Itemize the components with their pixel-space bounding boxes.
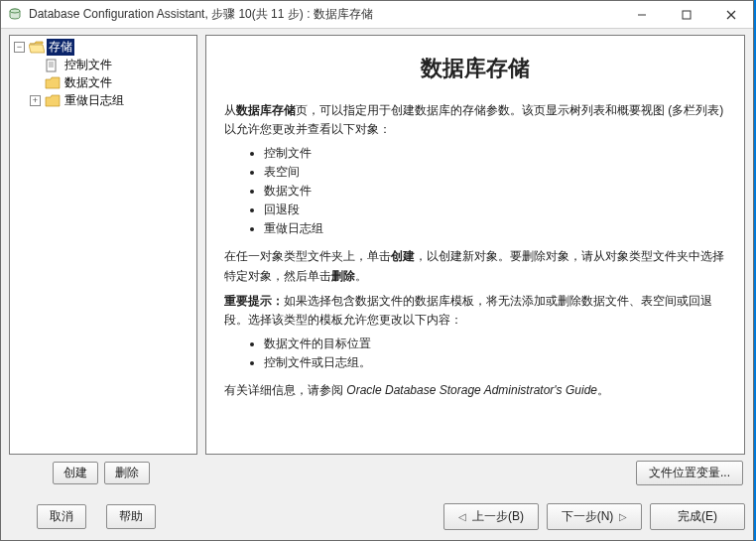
create-button[interactable]: 创建: [53, 462, 98, 484]
list-item: 表空间: [264, 164, 726, 181]
svg-rect-3: [683, 11, 691, 19]
button-label: 下一步(N): [562, 508, 614, 525]
document-icon: [45, 59, 61, 71]
footnote: 有关详细信息，请参阅 Oracle Database Storage Admin…: [224, 381, 726, 400]
titlebar[interactable]: Database Configuration Assistant, 步骤 10(…: [1, 1, 753, 29]
spacer: [30, 60, 41, 70]
svg-rect-6: [47, 60, 56, 71]
intro-paragraph: 从数据库存储页，可以指定用于创建数据库的存储参数。该页显示树列表和概要视图 (多…: [224, 101, 726, 139]
finish-button[interactable]: 完成(E): [650, 503, 745, 530]
important-label: 重要提示：: [224, 294, 284, 308]
tree-label-root: 存储: [47, 39, 74, 56]
tree-label: 重做日志组: [63, 92, 126, 109]
text-bold: 删除: [331, 269, 355, 283]
chevron-left-icon: ◁: [458, 511, 466, 522]
list-item: 回退段: [264, 202, 726, 218]
tree-label: 数据文件: [63, 74, 114, 91]
text: 有关详细信息，请参阅: [224, 383, 346, 397]
template-list: 数据文件的目标位置 控制文件或日志组。: [224, 336, 726, 371]
delete-button[interactable]: 删除: [104, 462, 150, 484]
file-location-button[interactable]: 文件位置变量...: [636, 461, 743, 485]
client-area: − 存储: [9, 35, 745, 494]
list-item: 控制文件或日志组。: [264, 354, 726, 371]
text: 在任一对象类型文件夹上，单击: [224, 249, 391, 263]
text: 页，可以指定用于创建数据库的存储参数。该页显示树列表和概要视图 (多栏列表) 以…: [224, 103, 723, 136]
folder-open-icon: [29, 41, 45, 54]
tree-node-root[interactable]: − 存储: [14, 39, 74, 56]
spacer: [30, 77, 41, 88]
tree-node-redologs[interactable]: + 重做日志组: [30, 92, 126, 109]
object-list: 控制文件 表空间 数据文件 回退段 重做日志组: [224, 145, 726, 237]
text: 。: [597, 383, 609, 397]
collapse-icon[interactable]: −: [14, 42, 25, 53]
list-item: 控制文件: [264, 145, 726, 162]
window-controls: [619, 1, 753, 28]
important-paragraph: 重要提示：如果选择包含数据文件的数据库模板，将无法添加或删除数据文件、表空间或回…: [224, 292, 726, 330]
next-button[interactable]: 下一步(N) ▷: [547, 503, 642, 530]
back-button[interactable]: ◁ 上一步(B): [443, 503, 539, 530]
list-item: 重做日志组: [264, 220, 726, 237]
panel-action-row: 创建 删除 文件位置变量...: [9, 461, 745, 485]
chevron-right-icon: ▷: [619, 511, 627, 522]
tree-pane[interactable]: − 存储: [9, 35, 197, 455]
list-item: 数据文件: [264, 183, 726, 200]
help-button[interactable]: 帮助: [106, 504, 156, 529]
close-button[interactable]: [708, 1, 753, 29]
svg-point-1: [10, 9, 20, 13]
guide-reference: Oracle Database Storage Administrator's …: [346, 383, 597, 397]
maximize-button[interactable]: [664, 1, 708, 29]
instruction-paragraph: 在任一对象类型文件夹上，单击创建，以创建新对象。要删除对象，请从对象类型文件夹中…: [224, 247, 726, 285]
tree-node-controlfiles[interactable]: 控制文件: [30, 57, 114, 73]
cancel-button[interactable]: 取消: [37, 504, 86, 529]
text-bold: 数据库存储: [236, 103, 296, 117]
wizard-button-bar: 取消 帮助 ◁ 上一步(B) 下一步(N) ▷ 完成(E): [9, 500, 745, 532]
folder-icon: [45, 76, 61, 89]
window-title: Database Configuration Assistant, 步骤 10(…: [29, 6, 619, 23]
folder-icon: [45, 94, 61, 107]
expand-icon[interactable]: +: [30, 95, 41, 106]
tree-label: 控制文件: [63, 57, 114, 73]
page-heading: 数据库存储: [224, 54, 726, 83]
text: 。: [355, 269, 367, 283]
list-item: 数据文件的目标位置: [264, 336, 726, 352]
button-label: 上一步(B): [472, 508, 524, 525]
button-label: 完成(E): [678, 508, 717, 525]
content-pane[interactable]: 数据库存储 从数据库存储页，可以指定用于创建数据库的存储参数。该页显示树列表和概…: [205, 35, 745, 455]
dialog-window: Database Configuration Assistant, 步骤 10(…: [0, 0, 754, 541]
text: 如果选择包含数据文件的数据库模板，将无法添加或删除数据文件、表空间或回退段。选择…: [224, 294, 712, 327]
text: 从: [224, 103, 236, 117]
text-bold: 创建: [391, 249, 415, 263]
app-icon: [7, 7, 23, 23]
minimize-button[interactable]: [619, 1, 664, 29]
tree-node-datafiles[interactable]: 数据文件: [30, 74, 114, 91]
storage-tree: − 存储: [12, 39, 194, 109]
